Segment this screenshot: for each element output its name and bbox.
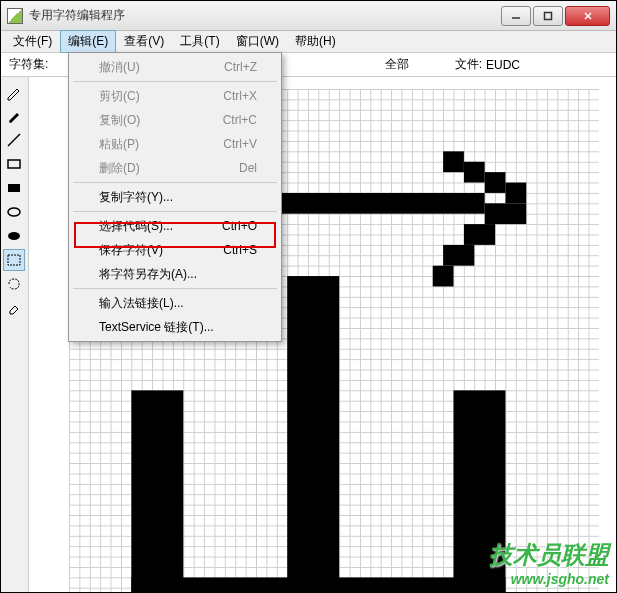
svg-rect-11 [443, 151, 464, 172]
menu-copychar-label: 复制字符(Y)... [99, 189, 173, 206]
maximize-button[interactable] [533, 6, 563, 26]
separator [73, 288, 277, 289]
app-icon [7, 8, 23, 24]
menu-help[interactable]: 帮助(H) [287, 30, 344, 53]
svg-rect-17 [443, 245, 474, 266]
window-controls [501, 6, 610, 26]
all-label: 全部 [385, 56, 409, 73]
menu-savechar[interactable]: 保存字符(V) Ctrl+S [71, 238, 279, 262]
menu-paste-label: 粘贴(P) [99, 136, 139, 153]
svg-rect-14 [505, 183, 526, 204]
menu-selectcode[interactable]: 选择代码(S)... Ctrl+O [71, 214, 279, 238]
menu-savechar-shortcut: Ctrl+S [223, 243, 257, 257]
menu-copy[interactable]: 复制(O) Ctrl+C [71, 108, 279, 132]
tool-select-rect[interactable] [3, 249, 25, 271]
menu-selectcode-shortcut: Ctrl+O [222, 219, 257, 233]
file-value: EUDC [486, 58, 520, 72]
menu-undo-label: 撤消(U) [99, 59, 140, 76]
menu-textservice[interactable]: TextService 链接(T)... [71, 315, 279, 339]
tool-rect-outline[interactable] [3, 153, 25, 175]
svg-rect-1 [545, 12, 552, 19]
svg-rect-19 [287, 276, 339, 592]
tool-rect-fill[interactable] [3, 177, 25, 199]
svg-rect-20 [131, 390, 183, 592]
close-button[interactable] [565, 6, 610, 26]
svg-rect-12 [464, 162, 485, 183]
edit-dropdown: 撤消(U) Ctrl+Z 剪切(C) Ctrl+X 复制(O) Ctrl+C 粘… [68, 52, 282, 342]
separator [73, 211, 277, 212]
svg-rect-16 [464, 224, 495, 245]
file-label: 文件: [455, 56, 482, 73]
tool-line[interactable] [3, 129, 25, 151]
menu-textservice-label: TextService 链接(T)... [99, 319, 214, 336]
svg-rect-6 [8, 184, 20, 192]
svg-point-8 [8, 232, 20, 240]
titlebar: 专用字符编辑程序 [1, 1, 616, 31]
menu-undo-shortcut: Ctrl+Z [224, 60, 257, 74]
svg-rect-5 [8, 160, 20, 168]
menu-file[interactable]: 文件(F) [5, 30, 60, 53]
separator [73, 81, 277, 82]
svg-rect-18 [433, 266, 454, 287]
menu-edit[interactable]: 编辑(E) [60, 30, 116, 53]
menu-savechar-label: 保存字符(V) [99, 242, 163, 259]
menu-view[interactable]: 查看(V) [116, 30, 172, 53]
menu-window[interactable]: 窗口(W) [228, 30, 287, 53]
menu-cut[interactable]: 剪切(C) Ctrl+X [71, 84, 279, 108]
menu-delete-shortcut: Del [239, 161, 257, 175]
tool-ellipse-fill[interactable] [3, 225, 25, 247]
svg-point-7 [8, 208, 20, 216]
separator [73, 182, 277, 183]
svg-rect-22 [131, 577, 505, 592]
menu-saveas-label: 将字符另存为(A)... [99, 266, 197, 283]
menu-imelink[interactable]: 输入法链接(L)... [71, 291, 279, 315]
menu-delete-label: 删除(D) [99, 160, 140, 177]
tool-ellipse-outline[interactable] [3, 201, 25, 223]
menu-cut-shortcut: Ctrl+X [223, 89, 257, 103]
window-title: 专用字符编辑程序 [29, 7, 501, 24]
menu-copychar[interactable]: 复制字符(Y)... [71, 185, 279, 209]
toolbox [1, 77, 29, 592]
menubar: 文件(F) 编辑(E) 查看(V) 工具(T) 窗口(W) 帮助(H) [1, 31, 616, 53]
menu-copy-label: 复制(O) [99, 112, 140, 129]
menu-paste-shortcut: Ctrl+V [223, 137, 257, 151]
menu-saveas[interactable]: 将字符另存为(A)... [71, 262, 279, 286]
svg-rect-15 [485, 203, 527, 224]
menu-undo[interactable]: 撤消(U) Ctrl+Z [71, 55, 279, 79]
tool-pencil[interactable] [3, 81, 25, 103]
menu-paste[interactable]: 粘贴(P) Ctrl+V [71, 132, 279, 156]
menu-imelink-label: 输入法链接(L)... [99, 295, 184, 312]
menu-tools[interactable]: 工具(T) [172, 30, 227, 53]
tool-eraser[interactable] [3, 297, 25, 319]
svg-line-4 [8, 134, 20, 146]
svg-rect-21 [454, 390, 506, 592]
tool-select-free[interactable] [3, 273, 25, 295]
menu-cut-label: 剪切(C) [99, 88, 140, 105]
menu-copy-shortcut: Ctrl+C [223, 113, 257, 127]
menu-delete[interactable]: 删除(D) Del [71, 156, 279, 180]
menu-selectcode-label: 选择代码(S)... [99, 218, 173, 235]
charset-label: 字符集: [9, 56, 48, 73]
tool-brush[interactable] [3, 105, 25, 127]
svg-rect-13 [485, 172, 506, 193]
minimize-button[interactable] [501, 6, 531, 26]
svg-rect-9 [8, 255, 20, 265]
